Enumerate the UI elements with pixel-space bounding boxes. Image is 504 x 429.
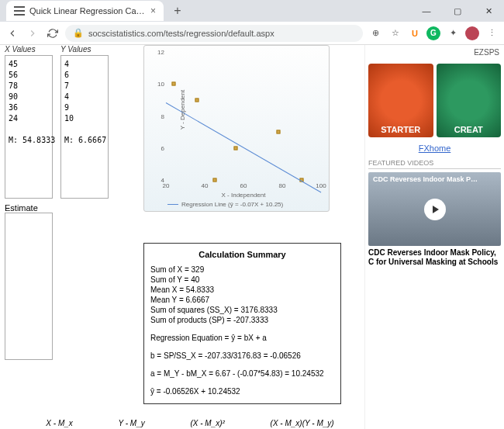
data-point	[212, 178, 216, 182]
summary-line: Sum of squares (SS_X) = 3176.8333	[150, 306, 334, 314]
summary-title: Calculation Summary	[150, 250, 334, 259]
data-point	[277, 130, 281, 134]
legend: Regression Line (ŷ = -0.07X + 10.25)	[167, 201, 283, 208]
bottom-columns: X - M_x Y - M_y (X - M_x)² (X - M_x)(Y -…	[23, 419, 357, 427]
ad-link[interactable]: FXhome	[368, 144, 501, 153]
summary-line: Mean X = 54.8333	[150, 285, 334, 294]
maximize-button[interactable]: ▢	[442, 0, 473, 22]
star-icon[interactable]: ☆	[388, 26, 403, 41]
extensions-icon[interactable]: ✦	[445, 26, 461, 41]
summary-line: Sum of Y = 40	[150, 275, 334, 284]
back-button[interactable]	[5, 26, 20, 41]
x-header: X Values	[5, 45, 53, 54]
estimate-box[interactable]	[5, 213, 53, 360]
x-values-box[interactable]: 45 56 78 90 36 24 M: 54.8333	[5, 55, 53, 199]
favicon-icon	[14, 5, 25, 16]
main-content: X Values 45 56 78 90 36 24 M: 54.8333 Es…	[0, 45, 364, 429]
ext-u-icon[interactable]: U	[408, 26, 422, 40]
col-yminus: Y - M_y	[118, 419, 144, 427]
window-controls: — ▢ ✕	[411, 0, 504, 22]
data-point	[172, 82, 176, 86]
search-icon[interactable]: ⊕	[368, 26, 383, 41]
sidebar: EZSPS STARTER CREAT FXhome FEATURED VIDE…	[364, 45, 504, 429]
summary-line: Sum of X = 329	[150, 265, 334, 274]
tab-title: Quick Linear Regression Calculat	[29, 6, 146, 16]
y-header: Y Values	[60, 45, 109, 54]
eq-label: Regression Equation = ŷ = bX + a	[150, 334, 334, 342]
creator-logo[interactable]: CREAT	[437, 64, 502, 137]
menu-icon[interactable]: ⋮	[484, 26, 499, 41]
col-xsq: (X - M_x)²	[190, 419, 224, 427]
new-tab-button[interactable]: +	[170, 3, 185, 19]
estimate-label: Estimate	[5, 203, 53, 213]
starter-logo[interactable]: STARTER	[368, 64, 433, 137]
forward-button[interactable]	[25, 26, 40, 41]
reload-button[interactable]	[45, 26, 60, 41]
video-overlay-title: CDC Reverses Indoor Mask P…	[373, 175, 496, 183]
calculation-summary: Calculation Summary Sum of X = 329Sum of…	[143, 243, 341, 404]
lock-icon: 🔒	[73, 28, 84, 38]
b-line: b = SP/SS_X = -207.33/3176.83 = -0.06526	[150, 351, 334, 360]
url-bar[interactable]: 🔒 socscistatistics.com/tests/regression/…	[65, 25, 363, 42]
ext-grammarly-icon[interactable]: G	[426, 26, 440, 40]
col-xy: (X - M_x)(Y - M_y)	[271, 419, 334, 427]
toolbar: 🔒 socscistatistics.com/tests/regression/…	[0, 22, 504, 45]
summary-line: Mean Y = 6.6667	[150, 296, 334, 304]
ad-logos[interactable]: STARTER CREAT	[368, 64, 501, 137]
scatter-plot: 468101220406080100Y - DependentX - Indep…	[143, 45, 330, 212]
close-tab-icon[interactable]: ×	[150, 5, 156, 16]
browser-tab[interactable]: Quick Linear Regression Calculat ×	[6, 1, 164, 21]
video-caption: CDC Reverses Indoor Mask Policy, C for U…	[368, 248, 501, 267]
col-xminus: X - M_x	[46, 419, 72, 427]
url-text: socscistatistics.com/tests/regression/de…	[88, 29, 274, 38]
close-window-button[interactable]: ✕	[473, 0, 504, 22]
summary-line: Sum of products (SP) = -207.3333	[150, 316, 334, 324]
yhat-line: ŷ = -0.06526X + 10.24532	[150, 387, 334, 396]
data-point	[195, 98, 199, 102]
featured-label: FEATURED VIDEOS	[368, 159, 501, 169]
featured-video[interactable]: CDC Reverses Indoor Mask P…	[368, 172, 501, 246]
y-values-box[interactable]: 4 6 7 4 9 10 M: 6.6667	[60, 55, 109, 199]
play-icon[interactable]	[424, 199, 446, 220]
profile-avatar[interactable]	[465, 26, 479, 40]
a-line: a = M_Y - bM_X = 6.67 - (-0.07*54.83) = …	[150, 369, 334, 378]
titlebar: Quick Linear Regression Calculat × + — ▢…	[0, 0, 504, 22]
minimize-button[interactable]: —	[411, 0, 442, 22]
ad-badge: EZSPS	[368, 47, 501, 64]
data-point	[234, 146, 238, 150]
regression-line	[166, 102, 321, 192]
